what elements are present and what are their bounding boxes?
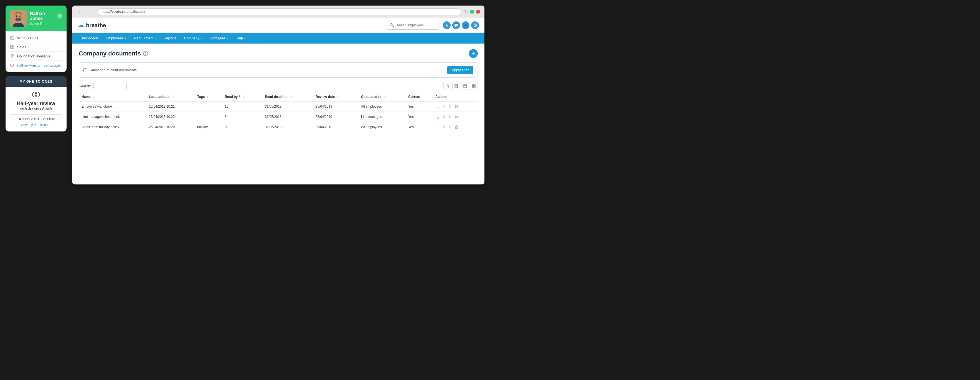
deadline-sort-icon: ↑↓ [290,95,292,99]
nav-reports[interactable]: Reports [160,33,180,43]
col-read-by[interactable]: Read by # ↑↓ [222,93,262,101]
cell-tags-2: holiday [194,122,222,132]
refresh-icon-2[interactable]: ↻ [447,125,453,129]
svg-rect-15 [13,38,13,38]
edit-icon-1[interactable]: ✎ [442,114,447,119]
nav-employees[interactable]: Employees ▾ [102,33,130,43]
cell-deadline-2: 31/05/2018 [262,122,313,132]
svg-point-5 [19,16,21,17]
svg-point-24 [35,92,40,97]
app-header: ☁ breathe 🔍 ★ 💬 👤 ⏻ [72,18,484,33]
cell-current-0: Yes [406,101,432,112]
cell-circulated-2: All employees [358,122,406,132]
pdf-icon[interactable] [452,82,460,90]
col-actions: Actions [433,93,478,101]
add-document-button[interactable]: + [469,49,478,58]
delete-icon-1[interactable]: 🗑 [454,114,459,119]
left-panel: Nathan Jones ➜ Sales Rep [6,6,67,132]
chat-button[interactable]: 💬 [452,21,460,29]
col-review-date[interactable]: Review date ↑↓ [313,93,358,101]
user-button[interactable]: 👤 [462,21,469,29]
col-name[interactable]: Name ↑↓ [79,93,146,101]
cell-name-0: Employee Handbook [79,101,146,112]
tags-sort-icon: ↑↓ [207,95,210,99]
col-last-updated[interactable]: Last updated ↑↓ [146,93,195,101]
svg-rect-19 [11,47,12,49]
view-one-to-ones-link[interactable]: view my one to ones [21,123,51,127]
search-label: Search: [79,84,91,88]
col-circulated[interactable]: Circulated to ↑↓ [358,93,406,101]
nav-dashboard[interactable]: Dashboard [76,33,102,43]
breathe-logo[interactable]: ☁ breathe [78,22,106,29]
cell-deadline-0: 31/05/2018 [262,101,313,112]
non-current-checkbox[interactable] [83,68,88,72]
nav-help[interactable]: Help ▾ [232,33,250,43]
search-employees-input[interactable] [396,23,438,27]
table-search-input[interactable] [94,83,127,89]
search-bar: 🔍 [387,21,438,30]
browser-controls: ↻ [464,9,480,14]
svg-rect-22 [11,64,14,66]
excel-icon[interactable] [470,82,478,90]
app-name: breathe [86,22,106,29]
avatar-image [10,10,27,27]
minimize-button[interactable] [470,10,474,14]
review-date: 14 June 2018, 12:00PM [10,117,62,121]
cell-updated-0: 25/04/2018 10:21 [146,101,195,112]
url-bar[interactable] [98,8,461,15]
read-sort-icon: ↑↓ [242,95,245,99]
cell-review-2: 25/04/2019 [313,122,358,132]
profile-header: Nathan Jones ➜ Sales Rep [6,6,67,31]
cell-name-2: Sales team holiday policy [79,122,146,132]
nav-configure[interactable]: Configure ▾ [206,33,232,43]
star-button[interactable]: ★ [443,21,450,29]
help-icon[interactable]: ? [143,51,148,56]
filter-label: Show non-current documents [89,68,137,72]
department-detail: West Sussex [6,33,67,43]
email-detail[interactable]: nathan@mycompany.co.uk [6,61,67,70]
delete-icon-0[interactable]: 🗑 [454,104,459,109]
cell-actions-1: ⭳ ✎ ↻ 🗑 [433,112,478,122]
employees-dropdown-arrow: ▾ [125,37,126,40]
cell-deadline-1: 31/05/2018 [262,112,313,122]
search-row: Search: [79,83,127,89]
nav-company[interactable]: Company ▾ [180,33,206,43]
copy-icon[interactable]: 📋 [444,82,451,90]
review-sort-icon: ↑↓ [337,95,340,99]
refresh-button[interactable]: ↻ [464,9,468,14]
documents-table: Name ↑↓ Last updated ↑↓ Tags ↑↓ Read by … [79,93,478,132]
review-with: with Jessica Smith [10,107,62,111]
location-icon [10,54,14,58]
forward-button[interactable]: → [87,9,95,15]
back-button[interactable]: ← [76,9,84,15]
svg-rect-17 [11,45,12,47]
refresh-icon-0[interactable]: ↻ [447,104,453,109]
edit-icon-0[interactable]: ✎ [442,104,447,109]
apply-filter-button[interactable]: Apply filter [447,66,473,74]
header-icons: ★ 💬 👤 ⏻ [443,21,479,29]
csv-icon[interactable] [461,82,469,90]
refresh-icon-1[interactable]: ↻ [447,114,453,119]
close-button[interactable] [476,10,480,14]
download-icon-2[interactable]: ⭳ [435,125,441,129]
export-icons: 📋 [444,82,478,90]
svg-rect-16 [12,38,13,40]
svg-point-7 [15,18,21,21]
cell-review-1: 25/04/2019 [313,112,358,122]
one-to-ones-card: MY ONE TO ONES Half-year review with Jes… [6,76,67,132]
profile-info: Nathan Jones ➜ Sales Rep [30,11,62,26]
page-title-row: Company documents ? + [79,49,478,58]
cell-read-2: 0 [222,122,262,132]
col-tags[interactable]: Tags ↑↓ [194,93,222,101]
power-button[interactable]: ⏻ [471,21,479,29]
col-read-deadline[interactable]: Read deadline ↑↓ [262,93,313,101]
edit-icon-2[interactable]: ✎ [442,125,447,129]
download-icon-0[interactable]: ⭳ [435,104,441,109]
cell-tags-1 [194,112,222,122]
cell-current-2: Yes [406,122,432,132]
nav-recruitment[interactable]: Recruitment ▾ [130,33,160,43]
delete-icon-2[interactable]: 🗑 [454,125,459,129]
building-icon [10,35,14,40]
profile-arrow-icon[interactable]: ➜ [57,13,62,19]
download-icon-1[interactable]: ⭳ [435,114,441,119]
